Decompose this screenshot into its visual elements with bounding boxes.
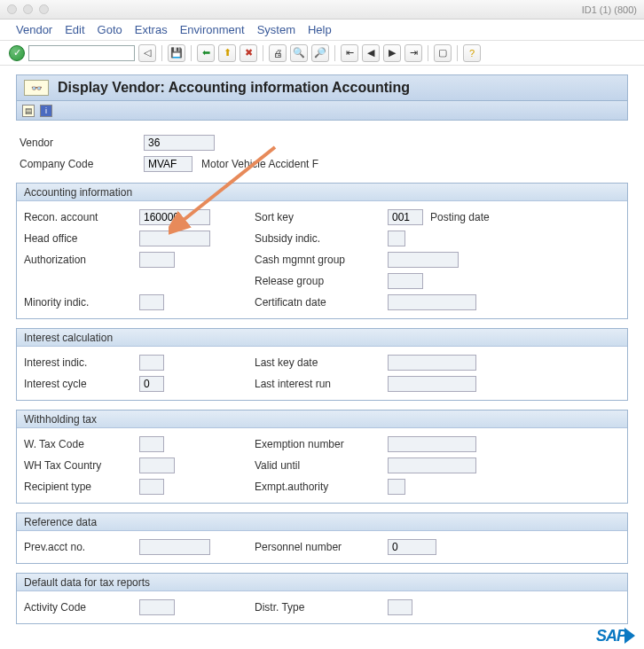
recon-account-field[interactable] bbox=[139, 209, 210, 225]
menu-system[interactable]: System bbox=[257, 23, 295, 36]
window-controls bbox=[7, 4, 49, 14]
head-office-label: Head office bbox=[24, 232, 139, 245]
menu-help[interactable]: Help bbox=[308, 23, 332, 36]
certificatn-date-field[interactable] bbox=[388, 294, 476, 310]
cash-mgmnt-group-field[interactable] bbox=[388, 252, 459, 268]
head-office-field[interactable] bbox=[139, 231, 210, 246]
release-group-field[interactable] bbox=[388, 273, 423, 289]
last-key-date-field[interactable] bbox=[388, 355, 476, 371]
save-icon[interactable]: 💾 bbox=[168, 44, 185, 62]
activity-code-field[interactable] bbox=[139, 599, 175, 615]
interest-indic-field[interactable] bbox=[139, 355, 164, 371]
recipient-type-field[interactable] bbox=[139, 479, 164, 495]
last-interest-run-label: Last interest run bbox=[255, 378, 388, 390]
exemption-number-label: Exemption number bbox=[255, 438, 388, 450]
company-code-desc: Motor Vehicle Accident F bbox=[201, 158, 318, 170]
exit-icon[interactable]: ⬆ bbox=[218, 44, 236, 62]
menu-extras[interactable]: Extras bbox=[135, 23, 168, 36]
next-page-icon[interactable]: ▶ bbox=[383, 44, 401, 62]
session-label: ID1 (1) (800) bbox=[582, 4, 637, 15]
page-title-bar: 👓 Display Vendor: Accounting information… bbox=[16, 74, 628, 101]
display-change-icon[interactable]: ▤ bbox=[22, 105, 35, 117]
group-title-interest: Interest calculation bbox=[17, 329, 627, 347]
vendor-label: Vendor bbox=[20, 137, 144, 149]
group-interest-calculation: Interest calculation Interest indic. Las… bbox=[16, 328, 628, 401]
release-group-label: Release group bbox=[255, 275, 388, 287]
system-toolbar: ✓ ◁ 💾 ⬅ ⬆ ✖ 🖨 🔍 🔎 ⇤ ◀ ▶ ⇥ ▢ ? bbox=[0, 41, 644, 66]
info-icon[interactable]: i bbox=[40, 105, 52, 117]
exmpt-authority-field[interactable] bbox=[388, 479, 405, 495]
prev-page-icon[interactable]: ◀ bbox=[362, 44, 380, 62]
authorization-label: Authorization bbox=[24, 254, 139, 266]
distr-type-field[interactable] bbox=[388, 599, 412, 615]
new-session-icon[interactable]: ▢ bbox=[434, 44, 452, 62]
command-field[interactable] bbox=[28, 45, 135, 61]
group-accounting-info: Accounting information Recon. account So… bbox=[16, 183, 628, 319]
interest-cycle-field[interactable] bbox=[139, 376, 164, 392]
application-toolbar: ▤ i bbox=[16, 101, 628, 121]
menu-vendor[interactable]: Vendor bbox=[16, 23, 52, 36]
back-icon[interactable]: ⬅ bbox=[197, 44, 215, 62]
personnel-number-field[interactable] bbox=[388, 539, 436, 555]
last-key-date-label: Last key date bbox=[255, 356, 388, 369]
cancel-icon[interactable]: ✖ bbox=[240, 44, 257, 62]
print-icon[interactable]: 🖨 bbox=[269, 44, 287, 62]
group-title-reference: Reference data bbox=[17, 513, 627, 531]
prev-acct-no-field[interactable] bbox=[139, 539, 210, 555]
minority-indic-label: Minority indic. bbox=[24, 296, 139, 309]
wh-tax-country-field[interactable] bbox=[139, 457, 175, 473]
group-reference-data: Reference data Prev.acct no. Personnel n… bbox=[16, 512, 628, 564]
group-title-accounting: Accounting information bbox=[17, 184, 627, 201]
company-code-label: Company Code bbox=[20, 158, 144, 170]
help-icon[interactable]: ? bbox=[463, 44, 481, 62]
page-title: Display Vendor: Accounting information A… bbox=[58, 80, 410, 96]
sap-logo: SAP bbox=[596, 627, 635, 645]
group-default-tax-reports: Default data for tax reports Activity Co… bbox=[16, 573, 628, 624]
interest-indic-label: Interest indic. bbox=[24, 356, 139, 369]
menu-bar: Vendor Edit Goto Extras Environment Syst… bbox=[0, 20, 644, 41]
menu-edit[interactable]: Edit bbox=[65, 23, 84, 36]
distr-type-label: Distr. Type bbox=[255, 601, 388, 614]
minority-indic-field[interactable] bbox=[139, 294, 164, 310]
recipient-type-label: Recipient type bbox=[24, 481, 139, 493]
window-titlebar: ID1 (1) (800) bbox=[0, 0, 644, 20]
wh-tax-country-label: WH Tax Country bbox=[24, 459, 139, 472]
menu-goto[interactable]: Goto bbox=[98, 23, 122, 36]
subsidy-indic-label: Subsidy indic. bbox=[255, 232, 388, 245]
close-dot[interactable] bbox=[7, 4, 17, 14]
group-withholding-tax: Withholding tax W. Tax Code Exemption nu… bbox=[16, 410, 628, 504]
recon-account-label: Recon. account bbox=[24, 211, 139, 223]
last-interest-run-field[interactable] bbox=[388, 376, 476, 392]
activity-code-label: Activity Code bbox=[24, 601, 139, 614]
find-next-icon[interactable]: 🔎 bbox=[311, 44, 329, 62]
interest-cycle-label: Interest cycle bbox=[24, 378, 139, 390]
enter-icon[interactable]: ✓ bbox=[9, 45, 25, 61]
vendor-field[interactable] bbox=[144, 135, 215, 151]
cash-mgmnt-group-label: Cash mgmnt group bbox=[255, 254, 388, 266]
prev-acct-no-label: Prev.acct no. bbox=[24, 541, 139, 553]
valid-until-field[interactable] bbox=[388, 457, 476, 473]
transaction-icon[interactable]: 👓 bbox=[24, 80, 49, 96]
exmpt-authority-label: Exmpt.authority bbox=[255, 481, 388, 493]
valid-until-label: Valid until bbox=[255, 459, 388, 472]
subsidy-indic-field[interactable] bbox=[388, 231, 405, 246]
minimize-dot[interactable] bbox=[23, 4, 33, 14]
w-tax-code-field[interactable] bbox=[139, 436, 164, 452]
menu-environment[interactable]: Environment bbox=[180, 23, 245, 36]
zoom-dot[interactable] bbox=[39, 4, 49, 14]
certificatn-date-label: Certificatn date bbox=[255, 296, 388, 309]
w-tax-code-label: W. Tax Code bbox=[24, 438, 139, 450]
authorization-field[interactable] bbox=[139, 252, 175, 268]
sort-key-desc: Posting date bbox=[430, 211, 490, 223]
last-page-icon[interactable]: ⇥ bbox=[404, 44, 422, 62]
company-code-field[interactable] bbox=[144, 156, 192, 172]
group-title-withholding: Withholding tax bbox=[17, 411, 627, 428]
personnel-number-label: Personnel number bbox=[255, 541, 388, 553]
sort-key-label: Sort key bbox=[255, 211, 388, 223]
group-title-default-tax: Default data for tax reports bbox=[17, 574, 627, 591]
exemption-number-field[interactable] bbox=[388, 436, 476, 452]
first-page-icon[interactable]: ⇤ bbox=[341, 44, 358, 62]
find-icon[interactable]: 🔍 bbox=[290, 44, 308, 62]
sort-key-field[interactable] bbox=[388, 209, 423, 225]
dropdown-icon[interactable]: ◁ bbox=[138, 44, 156, 62]
